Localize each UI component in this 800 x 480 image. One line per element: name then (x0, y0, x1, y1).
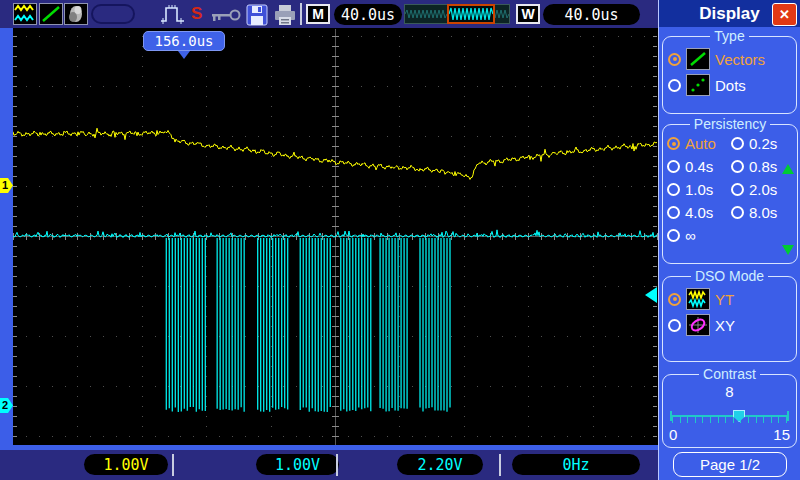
hand-glyph (65, 4, 87, 24)
vectors-icon (686, 48, 710, 70)
radio-label: Dots (715, 77, 746, 94)
radio-circle (667, 206, 680, 219)
radio-circle (731, 183, 744, 196)
radio-vectors[interactable]: Vectors (668, 48, 791, 70)
contrast-section: Contrast 8 0 15 (662, 366, 797, 448)
channels-waves-icon[interactable] (13, 3, 37, 25)
scroll-up-icon[interactable] (782, 164, 794, 174)
contrast-slider[interactable] (670, 410, 789, 424)
radio-label: YT (715, 291, 734, 308)
dots-icon (686, 74, 710, 96)
radio-persist-8-0s[interactable]: 8.0s (731, 204, 793, 221)
radio-circle (668, 293, 681, 306)
radio-label: 8.0s (749, 204, 777, 221)
ch1-scale-readout: 1.00V (84, 454, 168, 475)
persistency-section: Persistency Auto 0.2s 0.4s 0.8s 1.0s 2.0… (662, 116, 798, 264)
radio-label: 4.0s (685, 204, 713, 221)
radio-circle (668, 319, 681, 332)
close-icon[interactable] (772, 3, 797, 26)
radio-circle (731, 206, 744, 219)
radio-persist-0-4s[interactable]: 0.4s (667, 158, 729, 175)
bottombar-separator (172, 454, 174, 476)
hand-icon[interactable] (64, 3, 88, 25)
preview-window-wave-glyph (449, 6, 493, 22)
radio-circle (731, 137, 744, 150)
radio-circle (667, 183, 680, 196)
radio-persist-2-0s[interactable]: 2.0s (731, 181, 793, 198)
type-section: Type Vectors Dots (662, 28, 797, 114)
contrast-value: 8 (667, 383, 792, 400)
dso-mode-section: DSO Mode YT (662, 268, 797, 362)
bottom-status-bar: DC 20 1.00V DC 20 1.00V CH2 (0, 450, 658, 480)
ch2-scale-readout: 1.00V (256, 454, 339, 475)
vectors-display-icon[interactable] (39, 3, 63, 25)
radio-label: 0.4s (685, 158, 713, 175)
yt-mode-icon (686, 288, 710, 310)
keylock-icon[interactable] (210, 8, 242, 26)
dso-mode-section-title: DSO Mode (691, 268, 768, 284)
floppy-glyph (246, 4, 268, 26)
window-timebase-button[interactable]: W (516, 4, 540, 24)
diagonal-line-glyph (40, 4, 62, 24)
screen-left-strip (0, 28, 13, 445)
contrast-max: 15 (773, 426, 790, 443)
radio-dots[interactable]: Dots (668, 74, 791, 96)
radio-circle (731, 160, 744, 173)
main-timebase-readout: 40.0us (334, 4, 402, 25)
preview-window[interactable] (447, 4, 495, 24)
radio-persist-infinite[interactable]: ∞ (667, 227, 729, 244)
radio-persist-auto[interactable]: Auto (667, 135, 729, 152)
radio-label: ∞ (685, 227, 696, 244)
main-timebase-button[interactable]: M (306, 4, 330, 24)
radio-circle (668, 53, 681, 66)
print-icon[interactable] (273, 4, 297, 30)
scroll-down-icon[interactable] (782, 245, 794, 255)
window-timebase-readout: 40.0us (543, 4, 640, 25)
save-icon[interactable] (246, 4, 268, 30)
bottombar-separator (499, 454, 501, 476)
trigger-position-marker[interactable]: 156.0us (143, 31, 225, 51)
radio-circle (667, 229, 680, 242)
display-menu: Display Type Vectors Dots (658, 0, 800, 480)
waveform-display: 156.0us (13, 28, 658, 445)
radio-label: Auto (685, 135, 716, 152)
persistency-section-title: Persistency (690, 116, 770, 132)
bottombar-separator (336, 454, 338, 476)
radio-label: 0.8s (749, 158, 777, 175)
type-section-title: Type (710, 28, 748, 44)
printer-glyph (273, 4, 297, 26)
radio-yt-mode[interactable]: YT (668, 288, 791, 310)
radio-label: 2.0s (749, 181, 777, 198)
radio-label: 1.0s (685, 181, 713, 198)
radio-label: Vectors (715, 51, 765, 68)
page-button[interactable]: Page 1/2 (673, 452, 787, 477)
trigger-level-readout: 2.20V (397, 454, 483, 475)
key-glyph (210, 8, 242, 22)
oscilloscope-screen: S (0, 0, 800, 480)
contrast-min: 0 (669, 426, 677, 443)
waves-glyph (14, 4, 36, 24)
radio-label: 0.2s (749, 135, 777, 152)
stop-indicator: S (191, 4, 202, 24)
frequency-readout: 0Hz (512, 454, 640, 475)
empty-slot (91, 4, 135, 24)
radio-circle (667, 137, 680, 150)
contrast-section-title: Contrast (699, 366, 760, 382)
radio-xy-mode[interactable]: XY (668, 314, 791, 336)
radio-persist-0-2s[interactable]: 0.2s (731, 135, 793, 152)
radio-persist-4-0s[interactable]: 4.0s (667, 204, 729, 221)
radio-persist-1-0s[interactable]: 1.0s (667, 181, 729, 198)
persistency-options: Auto 0.2s 0.4s 0.8s 1.0s 2.0s 4.0s 8.0s … (667, 132, 793, 247)
pulse-trigger-icon[interactable] (160, 4, 186, 25)
top-toolbar: S (0, 0, 658, 28)
radio-label: XY (715, 317, 735, 334)
radio-circle (668, 79, 681, 92)
radio-circle (667, 160, 680, 173)
waveform-preview-strip[interactable] (404, 4, 510, 24)
waveform-canvas (13, 29, 658, 445)
toolbar-separator (300, 3, 302, 25)
pulse-glyph (160, 4, 186, 25)
slider-ticks (672, 417, 787, 423)
xy-mode-icon (686, 314, 710, 336)
